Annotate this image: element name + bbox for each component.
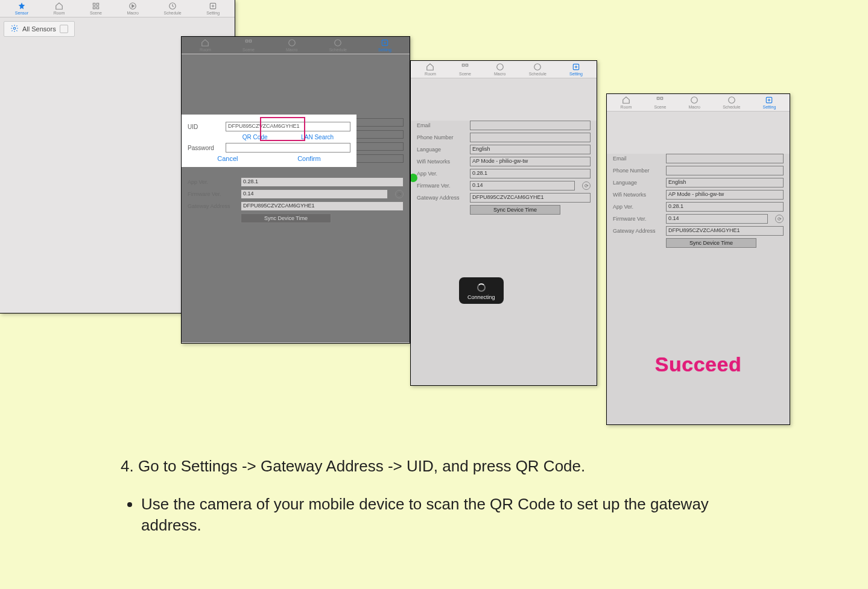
firmware-label: Firmware Ver. (188, 191, 236, 197)
sync-device-time-button[interactable]: Sync Device Time (241, 213, 331, 223)
password-field[interactable] (226, 143, 350, 153)
clock-icon (533, 63, 542, 71)
gateway-field[interactable]: DFPU895CZVZCAM6GYHE1 (470, 193, 591, 203)
gateway-field[interactable]: DFPU895CZVZCAM6GYHE1 (666, 226, 784, 236)
instruction-bullet: Use the camera of your mobile device to … (141, 494, 729, 536)
refresh-icon[interactable]: ⟳ (582, 181, 591, 190)
firmware-field: 0.14 (666, 214, 768, 224)
tab-scene[interactable]: Scene (242, 39, 255, 52)
all-sensors-chip[interactable]: All Sensors (4, 21, 75, 37)
email-field[interactable] (470, 121, 591, 130)
svg-rect-13 (462, 64, 464, 66)
tab-macro[interactable]: Macro (286, 39, 297, 52)
svg-rect-9 (249, 40, 252, 42)
plus-square-icon (765, 96, 773, 104)
gear-icon (10, 24, 19, 34)
gateway-label: Gateway Address (417, 195, 465, 201)
clock-icon (334, 39, 342, 47)
toast-label: Connecting (467, 294, 495, 300)
svg-rect-1 (97, 3, 99, 5)
email-field[interactable] (666, 154, 784, 163)
tab-macro[interactable]: Macro (127, 2, 138, 15)
star-icon (17, 2, 26, 10)
tab-label: Schedule (329, 48, 347, 52)
tab-schedule[interactable]: Schedule (329, 39, 347, 52)
tab-label: Schedule (529, 72, 546, 76)
plus-square-icon (381, 39, 389, 47)
svg-rect-3 (97, 7, 99, 9)
home-icon (426, 63, 434, 71)
app-ver-label: App Ver. (613, 204, 661, 210)
refresh-icon[interactable]: ⟳ (395, 190, 404, 198)
succeed-label: Succeed (607, 353, 790, 376)
gateway-label: Gateway Address (188, 203, 236, 209)
screenshot-3: Room Scene Macro Schedule Setting Email … (410, 60, 597, 386)
tab-schedule[interactable]: Schedule (723, 96, 740, 109)
tab-setting[interactable]: Setting (763, 96, 776, 109)
svg-point-21 (729, 97, 735, 104)
tabbar: Sensor Room Scene Macro Schedule Setting (0, 0, 235, 17)
sync-device-time-button[interactable]: Sync Device Time (470, 205, 560, 215)
phone-field[interactable] (470, 133, 591, 142)
tab-label: Room (54, 11, 65, 15)
tab-schedule[interactable]: Schedule (164, 2, 182, 15)
firmware-field: 0.14 (470, 181, 575, 191)
svg-point-11 (335, 40, 341, 46)
tab-macro[interactable]: Macro (689, 96, 700, 109)
cancel-button[interactable]: Cancel (217, 155, 238, 162)
wifi-field[interactable]: AP Mode - philio-gw-tw (666, 190, 784, 200)
tab-setting[interactable]: Setting (206, 2, 220, 15)
grid-icon (461, 63, 469, 71)
tab-label: Setting (569, 72, 583, 76)
tab-sensor[interactable]: Sensor (15, 2, 28, 15)
language-field[interactable]: English (666, 178, 784, 187)
plus-square-icon (209, 2, 217, 10)
tab-label: Scene (654, 105, 666, 109)
tab-room[interactable]: Room (425, 63, 436, 76)
password-label: Password (188, 145, 221, 151)
svg-point-16 (534, 64, 541, 71)
wifi-label: Wifi Networks (417, 159, 465, 165)
tab-label: Schedule (723, 105, 740, 109)
wifi-label: Wifi Networks (613, 192, 661, 198)
confirm-button[interactable]: Confirm (297, 155, 321, 162)
phone-field[interactable] (666, 166, 784, 175)
language-field[interactable]: English (470, 145, 591, 154)
tab-scene[interactable]: Scene (459, 63, 471, 76)
clock-icon (727, 96, 736, 104)
app-ver-field: 0.28.1 (666, 202, 784, 212)
phone-label: Phone Number (613, 168, 661, 174)
svg-rect-18 (657, 97, 660, 99)
tab-label: Macro (286, 48, 297, 52)
sync-device-time-button[interactable]: Sync Device Time (666, 238, 756, 248)
grid-icon (244, 39, 253, 47)
app-ver-field: 0.28.1 (470, 169, 591, 178)
phone-label: Phone Number (417, 134, 465, 140)
lan-search-link[interactable]: LAN Search (301, 134, 334, 140)
home-icon (201, 39, 209, 47)
gateway-field[interactable]: DFPU895CZVZCAM6GYHE1 (241, 201, 404, 211)
home-icon (55, 2, 63, 10)
tab-scene[interactable]: Scene (90, 2, 102, 15)
grid-icon (92, 2, 100, 10)
screenshot-4: Room Scene Macro Schedule Setting Email … (606, 93, 790, 425)
wifi-field[interactable]: AP Mode - philio-gw-tw (470, 157, 591, 166)
home-icon (622, 96, 630, 104)
grid-icon (656, 96, 664, 104)
svg-rect-19 (661, 97, 664, 99)
tab-label: Sensor (15, 11, 28, 15)
tab-schedule[interactable]: Schedule (529, 63, 546, 76)
tab-room[interactable]: Room (621, 96, 632, 109)
tab-scene[interactable]: Scene (654, 96, 666, 109)
tab-setting[interactable]: Setting (569, 63, 583, 76)
tab-macro[interactable]: Macro (494, 63, 505, 76)
play-circle-icon (288, 39, 296, 47)
tab-room[interactable]: Room (54, 2, 65, 15)
tab-setting[interactable]: Setting (378, 39, 391, 52)
svg-point-20 (691, 97, 698, 104)
tab-room[interactable]: Room (200, 39, 211, 52)
tab-label: Scene (90, 11, 102, 15)
svg-rect-8 (246, 40, 248, 42)
refresh-icon[interactable]: ⟳ (775, 215, 784, 223)
tab-label: Schedule (164, 11, 182, 15)
